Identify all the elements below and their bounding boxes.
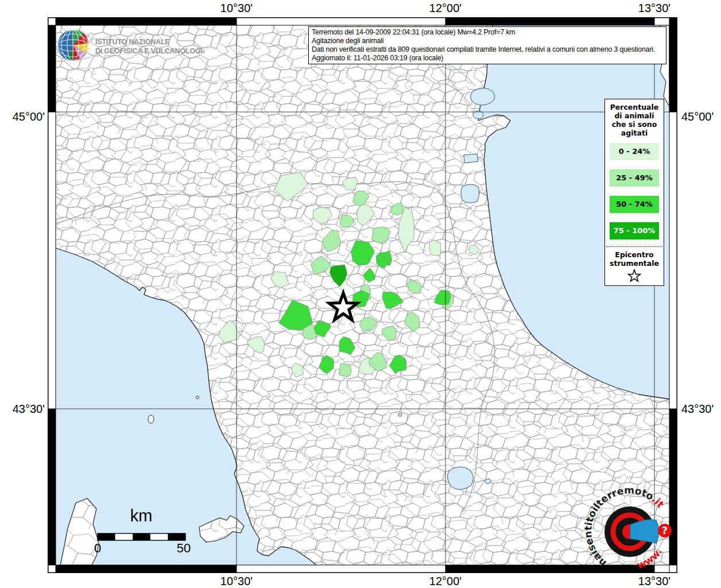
legend-divider <box>606 246 662 247</box>
scale-start-label: 0 <box>91 541 104 556</box>
ingv-name-line1: ISTITUTO NAZIONALE <box>95 38 170 46</box>
legend-swatch-50-74: 50 - 74% <box>610 196 659 213</box>
scale-unit-label: km <box>115 506 168 525</box>
lat-label-right-1: 45°00' <box>681 110 721 123</box>
venice-lagoon <box>471 88 495 105</box>
legend-box: Percentuale di animali che si sono agita… <box>604 99 664 286</box>
question-badge-icon: ? <box>658 524 672 537</box>
lake-trasimeno <box>447 467 473 490</box>
comacchio-lagoon <box>461 184 479 203</box>
comacchio-lagoon-n <box>464 154 478 163</box>
earthquake-info-box: Terremoto del 14-09-2009 22:04:31 (ora l… <box>308 26 666 64</box>
gorgona-island <box>196 396 199 399</box>
ingv-logo: ISTITUTO NAZIONALE DI GEOFISICA E VULCAN… <box>55 28 204 64</box>
legend-epicenter-label: Epicentro strumentale <box>605 250 664 268</box>
legend-swatch-0-24: 0 - 24% <box>610 143 659 160</box>
haisentitoilterremoto-logo: haisentitoilterremoto.it www. ? <box>581 481 687 587</box>
target-icon <box>604 506 659 557</box>
lon-label-bottom-1: 10°30' <box>196 575 277 588</box>
ingv-globe-icon <box>57 30 88 61</box>
lon-label-bottom-2: 12°00' <box>405 575 486 588</box>
lat-label-left-1: 45°00' <box>3 110 45 123</box>
legend-swatch-75-100: 75 - 100% <box>610 222 659 239</box>
info-line-subject: Agitazione degli animali <box>312 37 663 45</box>
info-line-source: Dati non verificati estratti da 809 ques… <box>312 45 663 54</box>
legend-title: Percentuale di animali che si sono agita… <box>605 103 664 137</box>
scale-end-label: 50 <box>171 541 196 556</box>
municipality-g1 <box>429 240 441 256</box>
small-lake <box>398 413 402 416</box>
scale-bar <box>98 533 185 540</box>
capraia-island <box>148 415 154 423</box>
lon-label-top-3: 13°30' <box>614 2 695 15</box>
legend-star-icon <box>605 269 664 285</box>
small-lake <box>485 479 491 483</box>
svg-text:?: ? <box>662 525 668 536</box>
lon-label-top-1: 10°30' <box>196 2 277 15</box>
municipality-g2 <box>339 363 351 377</box>
ingv-name-line2: DI GEOFISICA E VULCANOLOGIA <box>95 47 204 55</box>
legend-swatch-25-49: 25 - 49% <box>610 169 659 187</box>
lat-label-right-2: 43°30' <box>681 403 721 416</box>
info-line-updated: Aggiornato il: 11-01-2026 03:19 (ora loc… <box>312 54 663 63</box>
lat-label-left-2: 43°30' <box>3 403 45 416</box>
info-line-event: Terremoto del 14-09-2009 22:04:31 (ora l… <box>312 28 663 37</box>
macroseismic-map-page: 10°30' 12°00' 13°30' 10°30' 12°00' 13°30… <box>0 0 721 588</box>
lon-label-top-2: 12°00' <box>405 2 486 15</box>
